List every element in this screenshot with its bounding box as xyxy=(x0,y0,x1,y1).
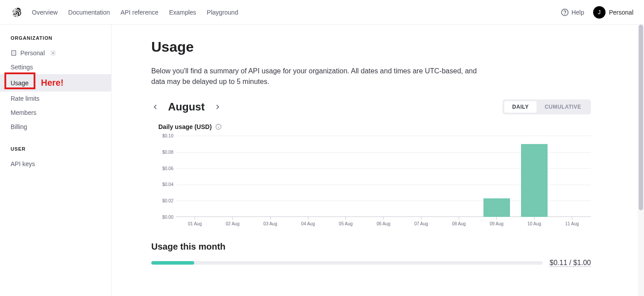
help-link[interactable]: Help xyxy=(561,8,584,16)
nav-playground[interactable]: Playground xyxy=(207,9,238,16)
sidebar-org-section: ORGANIZATION Personal Settings Usage Her… xyxy=(0,35,111,134)
x-tick: 03 Aug xyxy=(252,217,289,228)
chart-title: Daily usage (USD) xyxy=(158,123,212,130)
x-tick: 02 Aug xyxy=(214,217,251,228)
avatar: J xyxy=(593,6,606,19)
nav-overview[interactable]: Overview xyxy=(32,9,58,16)
x-tick: 09 Aug xyxy=(478,217,515,228)
sidebar: ORGANIZATION Personal Settings Usage Her… xyxy=(0,25,111,296)
x-tick: 11 Aug xyxy=(553,217,591,228)
sidebar-item-settings[interactable]: Settings xyxy=(0,60,111,74)
progress-track xyxy=(151,261,543,265)
svg-point-3 xyxy=(53,52,54,54)
x-tick: 06 Aug xyxy=(364,217,402,228)
x-tick: 07 Aug xyxy=(402,217,440,228)
month-nav: August xyxy=(151,101,222,113)
building-icon xyxy=(11,50,17,56)
chart-plot xyxy=(176,136,591,217)
page-description: Below you'll find a summary of API usage… xyxy=(151,66,487,87)
view-toggle: DAILY CUMULATIVE xyxy=(502,99,591,114)
sidebar-user-heading: USER xyxy=(0,146,111,157)
sidebar-org-name: Personal xyxy=(20,49,45,57)
progress-limit: $1.00 xyxy=(573,259,591,267)
chart-x-axis: 01 Aug02 Aug03 Aug04 Aug05 Aug06 Aug07 A… xyxy=(176,217,591,228)
nav-documentation[interactable]: Documentation xyxy=(68,9,110,16)
scrollbar[interactable] xyxy=(638,25,644,296)
chevron-right-icon[interactable] xyxy=(214,103,222,111)
top-nav: Overview Documentation API reference Exa… xyxy=(32,9,238,16)
topbar-left: Overview Documentation API reference Exa… xyxy=(11,7,238,18)
main-content: Usage Below you'll find a summary of API… xyxy=(111,25,644,296)
sidebar-item-members[interactable]: Members xyxy=(0,106,111,120)
y-tick: $0.04 xyxy=(162,182,173,187)
bar-slot xyxy=(252,136,289,217)
sidebar-user-section: USER API keys xyxy=(0,146,111,171)
x-tick: 05 Aug xyxy=(327,217,364,228)
chart-bars xyxy=(176,136,591,217)
bar-slot xyxy=(553,136,591,217)
annotation-here: Here! xyxy=(41,78,63,88)
toggle-cumulative[interactable]: CUMULATIVE xyxy=(537,101,589,113)
info-icon[interactable] xyxy=(215,124,222,130)
sidebar-item-api-keys[interactable]: API keys xyxy=(0,157,111,171)
x-tick: 10 Aug xyxy=(515,217,553,228)
progress-used: $0.11 xyxy=(550,259,567,267)
topbar-right: Help J Personal xyxy=(561,6,633,19)
help-icon xyxy=(561,8,569,16)
svg-rect-2 xyxy=(12,51,15,56)
bar-slot xyxy=(289,136,327,217)
topbar: Overview Documentation API reference Exa… xyxy=(0,0,644,25)
y-tick: $0.02 xyxy=(162,198,173,203)
bar-slot xyxy=(515,136,553,217)
nav-examples[interactable]: Examples xyxy=(169,9,196,16)
bar-slot xyxy=(364,136,402,217)
svg-point-1 xyxy=(565,14,565,14)
progress-row: $0.11 / $1.00 xyxy=(151,259,591,267)
bar[interactable] xyxy=(521,144,548,217)
y-tick: $0.10 xyxy=(162,133,173,138)
month-label: August xyxy=(168,101,205,113)
month-row: August DAILY CUMULATIVE xyxy=(151,99,591,114)
bar-slot xyxy=(214,136,251,217)
gear-icon xyxy=(50,50,56,56)
toggle-daily[interactable]: DAILY xyxy=(504,101,537,113)
sidebar-item-rate-limits[interactable]: Rate limits xyxy=(0,91,111,106)
bar-slot xyxy=(176,136,214,217)
x-tick: 04 Aug xyxy=(289,217,327,228)
chart-y-axis: $0.10$0.08$0.06$0.04$0.02$0.00 xyxy=(158,136,176,217)
nav-api-reference[interactable]: API reference xyxy=(121,9,159,16)
y-tick: $0.08 xyxy=(162,149,173,154)
bar-slot xyxy=(440,136,478,217)
y-tick: $0.06 xyxy=(162,166,173,171)
page-title: Usage xyxy=(151,39,591,55)
y-tick: $0.00 xyxy=(162,215,173,220)
usage-month-heading: Usage this month xyxy=(151,242,591,252)
x-tick: 01 Aug xyxy=(176,217,214,228)
layout: ORGANIZATION Personal Settings Usage Her… xyxy=(0,25,644,296)
account-name: Personal xyxy=(609,9,633,16)
x-tick: 08 Aug xyxy=(440,217,478,228)
bar-slot xyxy=(478,136,515,217)
chart-title-row: Daily usage (USD) xyxy=(158,123,591,130)
bar-slot xyxy=(327,136,364,217)
progress-sep: / xyxy=(567,259,573,267)
scrollbar-thumb[interactable] xyxy=(639,25,643,210)
bar[interactable] xyxy=(483,198,510,217)
sidebar-item-usage[interactable]: Usage Here! xyxy=(0,74,111,91)
openai-logo xyxy=(11,7,21,18)
account-menu[interactable]: J Personal xyxy=(593,6,633,19)
usage-chart: $0.10$0.08$0.06$0.04$0.02$0.00 01 Aug02 … xyxy=(158,136,591,228)
bar-slot xyxy=(402,136,440,217)
sidebar-item-billing[interactable]: Billing xyxy=(0,120,111,134)
progress-fill xyxy=(151,261,194,265)
chevron-left-icon[interactable] xyxy=(151,103,159,111)
sidebar-item-label: Usage xyxy=(11,80,28,87)
help-label: Help xyxy=(571,9,584,16)
sidebar-org-heading: ORGANIZATION xyxy=(0,35,111,46)
sidebar-org-select[interactable]: Personal xyxy=(0,46,111,60)
progress-text: $0.11 / $1.00 xyxy=(550,259,591,267)
